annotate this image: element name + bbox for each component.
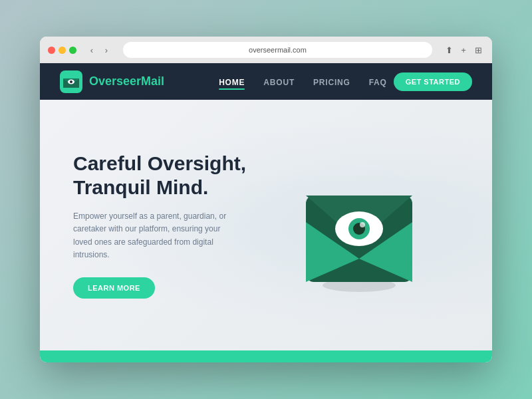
- browser-nav-actions: ‹ ›: [86, 44, 112, 56]
- hero-mail-icon: [289, 156, 429, 295]
- nav-item-faq[interactable]: FAQ: [369, 78, 387, 87]
- hero-subtitle: Empower yourself as a parent, guardian, …: [73, 210, 233, 261]
- browser-chrome: ‹ › overseermail.com ⬆ + ⊞: [40, 37, 492, 63]
- back-button[interactable]: ‹: [86, 44, 98, 56]
- get-started-button[interactable]: GET STARTED: [394, 72, 472, 91]
- website-content: OverseerMail HOME ABOUT PRICING FAQ GET …: [40, 63, 492, 362]
- hero-title: Careful Oversight, Tranquil Mind.: [73, 152, 259, 200]
- nav-item-pricing[interactable]: PRICING: [313, 78, 350, 87]
- logo-part2: Mail: [141, 74, 164, 88]
- navbar: OverseerMail HOME ABOUT PRICING FAQ GET …: [40, 63, 492, 100]
- minimize-button[interactable]: [59, 47, 66, 54]
- browser-window: ‹ › overseermail.com ⬆ + ⊞: [40, 37, 492, 362]
- logo-part1: Overseer: [89, 74, 141, 88]
- url-text: overseermail.com: [249, 46, 307, 54]
- logo-icon: [60, 70, 82, 93]
- hero-illustration: [259, 156, 459, 295]
- close-button[interactable]: [48, 47, 55, 54]
- address-bar[interactable]: overseermail.com: [123, 42, 432, 58]
- nav-links: HOME ABOUT PRICING FAQ: [219, 76, 387, 88]
- logo-area[interactable]: OverseerMail: [60, 70, 164, 93]
- extensions-button[interactable]: ⊞: [472, 44, 484, 56]
- svg-point-2: [70, 80, 72, 83]
- browser-right-actions: ⬆ + ⊞: [443, 44, 484, 56]
- logo-text: OverseerMail: [89, 74, 164, 88]
- forward-button[interactable]: ›: [100, 44, 112, 56]
- svg-point-8: [360, 222, 365, 227]
- hero-content: Careful Oversight, Tranquil Mind. Empowe…: [73, 152, 259, 299]
- share-button[interactable]: ⬆: [443, 44, 455, 56]
- new-tab-button[interactable]: +: [458, 44, 469, 56]
- maximize-button[interactable]: [69, 47, 76, 54]
- traffic-lights: [48, 47, 76, 54]
- bottom-accent-bar: [40, 350, 492, 362]
- nav-item-about[interactable]: ABOUT: [263, 78, 295, 87]
- learn-more-button[interactable]: LEARN MORE: [73, 277, 155, 299]
- nav-item-home[interactable]: HOME: [219, 78, 245, 87]
- hero-section: Careful Oversight, Tranquil Mind. Empowe…: [40, 100, 492, 350]
